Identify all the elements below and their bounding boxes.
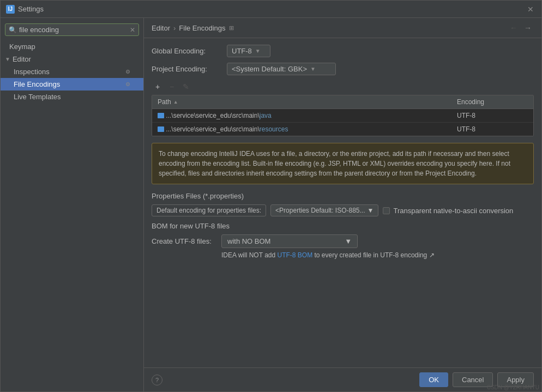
help-button[interactable]: ? [152,375,162,385]
global-encoding-dropdown[interactable]: UTF-8 ▼ [227,45,270,57]
nav-back-button[interactable]: ← [508,22,520,33]
breadcrumb-part2: File Encodings [179,24,225,32]
dialog-title: Settings [18,5,44,13]
remove-path-button[interactable]: − [166,81,178,93]
properties-encoding-dropdown[interactable]: <Properties Default: ISO-885... ▼ [270,204,378,216]
encoding-cell-2: UTF-8 [451,123,533,136]
path-cell-1: ...\service\service_edu\src\main\java [152,109,451,122]
panel-body: Global Encoding: UTF-8 ▼ Project Encodin… [144,38,541,367]
bom-section: BOM for new UTF-8 files Create UTF-8 fil… [152,222,534,259]
properties-row: Default encoding for properties files: <… [152,204,534,216]
search-input[interactable] [19,26,128,34]
project-encoding-label: Project Encoding: [152,65,222,73]
edit-path-button[interactable]: ✎ [180,81,192,93]
bom-section-title: BOM for new UTF-8 files [152,222,534,230]
close-button[interactable]: ✕ [525,4,536,15]
search-icon: 🔍 [9,26,17,34]
create-utf8-arrow: ▼ [345,237,352,245]
table-body: ...\service\service_edu\src\main\java UT… [152,109,533,136]
create-utf8-label: Create UTF-8 files: [152,237,217,245]
sidebar-item-keymap[interactable]: Keymap [1,40,143,53]
settings-icon: ⚙ [125,69,130,75]
table-row[interactable]: ...\service\service_edu\src\main\java UT… [152,109,533,123]
right-panel: Editor › File Encodings ⊞ ← → Global Enc… [144,18,541,391]
utf8-bom-link[interactable]: UTF-8 BOM [277,251,312,259]
ok-button[interactable]: OK [419,372,448,387]
title-bar-left: IJ Settings [6,5,44,14]
nav-forward-button[interactable]: → [522,22,534,33]
info-box: To change encoding IntelliJ IDEA uses fo… [152,143,534,184]
footer-left: ? [152,375,162,385]
project-encoding-arrow: ▼ [310,66,316,72]
global-encoding-value: UTF-8 [232,47,252,55]
create-row: Create UTF-8 files: with NO BOM ▼ [152,234,534,248]
encodings-table: Path ▲ Encoding .. [152,95,534,136]
global-encoding-label: Global Encoding: [152,47,222,55]
sidebar-item-file-encodings[interactable]: File Encodings ⚙ [1,78,143,91]
sidebar-item-live-templates[interactable]: Live Templates [1,91,143,103]
expand-arrow-icon: ▼ [5,56,10,62]
project-encoding-row: Project Encoding: <System Default: GBK> … [152,63,534,75]
sort-arrow-icon: ▲ [173,99,178,105]
project-encoding-value: <System Default: GBK> [232,65,307,73]
footer: ? OK Cancel Apply [144,367,541,391]
breadcrumb-icon: ⊞ [229,25,234,32]
bom-info: IDEA will NOT add UTF-8 BOM to every cre… [152,251,534,259]
global-encoding-arrow: ▼ [255,48,261,54]
folder-icon [158,126,164,132]
table-header: Path ▲ Encoding [152,95,533,109]
sidebar: 🔍 ✕ Keymap ▼ Editor Inspections ⚙ File E… [1,18,144,391]
main-content: 🔍 ✕ Keymap ▼ Editor Inspections ⚙ File E… [1,18,541,391]
settings-dialog: IJ Settings ✕ 🔍 ✕ Keymap ▼ Editor [0,0,542,392]
app-icon: IJ [6,5,15,14]
default-encoding-label: Default encoding for properties files: [152,204,266,216]
sidebar-item-inspections[interactable]: Inspections ⚙ [1,65,143,78]
col-path[interactable]: Path ▲ [152,95,451,108]
sidebar-section-editor[interactable]: ▼ Editor [1,53,143,65]
watermark: CSDN @YZRHANYU [487,384,539,390]
breadcrumb: Editor › File Encodings ⊞ [152,24,234,32]
table-toolbar: + − ✎ [152,81,534,93]
properties-encoding-value: <Properties Default: ISO-885... [275,207,365,214]
search-clear-icon[interactable]: ✕ [130,26,135,34]
breadcrumb-separator: › [173,24,176,32]
create-utf8-dropdown[interactable]: with NO BOM ▼ [221,234,358,248]
transparent-conversion-checkbox[interactable] [383,207,390,214]
encoding-cell-1: UTF-8 [451,109,533,122]
transparent-conversion-label: Transparent native-to-ascii conversion [393,207,513,215]
properties-encoding-arrow: ▼ [368,207,374,214]
breadcrumb-part1: Editor [152,24,170,32]
project-encoding-dropdown[interactable]: <System Default: GBK> ▼ [227,63,336,75]
path-cell-2: ...\service\service_edu\src\main\resourc… [152,123,451,136]
title-bar: IJ Settings ✕ [1,1,541,18]
properties-section-title: Properties Files (*.properties) [152,192,534,200]
folder-icon [158,113,164,118]
search-box: 🔍 ✕ [5,23,139,36]
settings-icon-active: ⚙ [125,81,130,87]
col-encoding[interactable]: Encoding [451,95,533,108]
global-encoding-row: Global Encoding: UTF-8 ▼ [152,45,534,57]
panel-header: Editor › File Encodings ⊞ ← → [144,18,541,38]
table-row[interactable]: ...\service\service_edu\src\main\resourc… [152,123,533,136]
add-path-button[interactable]: + [152,81,164,93]
panel-nav: ← → [508,22,534,33]
transparent-conversion-row: Transparent native-to-ascii conversion [383,207,513,215]
create-utf8-value: with NO BOM [227,237,270,245]
